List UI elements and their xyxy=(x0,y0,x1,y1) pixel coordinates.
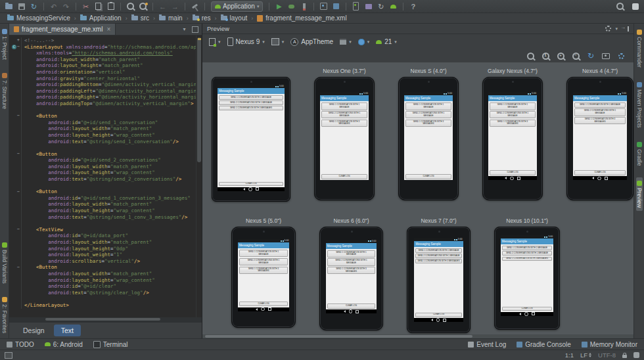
tool-window-button-memory-monitor[interactable]: Memory Monitor xyxy=(582,341,637,348)
mini-button[interactable]: SEND 1 CONVERSATION WITH 3 MESSAGES xyxy=(490,120,536,127)
breadcrumb-item[interactable]: MessagingService xyxy=(5,14,72,22)
mini-button[interactable]: SEND 1 CONVERSATION WITH 1 MESSAGE xyxy=(405,102,451,110)
tab-text[interactable]: Text xyxy=(54,325,81,336)
mini-clear-log-button[interactable]: CLEAR LOG xyxy=(327,304,376,309)
search-icon[interactable] xyxy=(614,1,626,12)
line-separator[interactable]: LF xyxy=(580,351,591,359)
device-preview[interactable]: Nexus One (3.7")5:00Messaging SampleSEND… xyxy=(314,68,375,200)
project-structure-icon[interactable] xyxy=(318,1,329,12)
chevron-down-icon[interactable]: ▾ xyxy=(615,26,618,31)
fold-collapse-icon[interactable]: − xyxy=(17,190,20,194)
cut-icon[interactable]: ✂ xyxy=(80,1,91,12)
scrollbar-thumb[interactable] xyxy=(197,37,201,162)
fold-collapse-icon[interactable]: − xyxy=(17,227,20,232)
split-editor-icon[interactable] xyxy=(191,26,198,33)
zoom-actual-icon[interactable]: 1 xyxy=(541,51,550,60)
breadcrumb-item[interactable]: fragment_message_me.xml xyxy=(255,14,348,22)
mini-button[interactable]: SEND 2 CONVERSATIONS WITH 1 MESSAGE xyxy=(574,108,626,116)
tool-window-button-favorites[interactable]: 2: Favorites xyxy=(1,294,8,336)
orientation-selector[interactable]: ▾ xyxy=(271,38,285,45)
mini-button[interactable]: SEND 1 CONVERSATION WITH 3 MESSAGES xyxy=(321,120,367,127)
tool-window-button-build-variants[interactable]: Build Variants xyxy=(1,239,8,287)
tool-window-button-project[interactable]: 1: Project xyxy=(1,26,8,63)
debug-icon[interactable] xyxy=(286,1,297,12)
caret-position[interactable]: 1:1 xyxy=(565,351,574,359)
theme-selector[interactable]: A AppTheme xyxy=(290,38,333,46)
mini-clear-log-button[interactable]: CLEAR LOG xyxy=(219,182,283,187)
zoom-fit-icon[interactable] xyxy=(526,51,535,60)
tool-window-button-todo[interactable]: TODO xyxy=(7,341,34,348)
mini-clear-log-button[interactable]: CLEAR LOG xyxy=(405,174,451,179)
save-all-icon[interactable] xyxy=(16,1,27,12)
find-icon[interactable] xyxy=(125,1,136,12)
tool-window-button-gradle[interactable]: Gradle xyxy=(636,139,643,169)
sync-project-icon[interactable]: ↻ xyxy=(375,1,386,12)
tool-window-button-android[interactable]: 6: Android xyxy=(45,341,83,348)
device-selector[interactable]: Nexus 9 ▾ xyxy=(227,37,265,46)
hide-panel-icon[interactable] xyxy=(622,26,629,32)
mini-clear-log-button[interactable]: CLEAR LOG xyxy=(321,174,367,179)
fold-expand-icon[interactable]: + xyxy=(17,38,20,43)
layout-variant-selector[interactable]: ▾ xyxy=(209,38,221,46)
help-icon[interactable]: ? xyxy=(407,1,419,12)
mini-clear-log-button[interactable]: CLEAR LOG xyxy=(502,307,552,311)
mini-clear-log-button[interactable]: CLEAR LOG xyxy=(415,313,461,317)
mini-button[interactable]: SEND 1 CONVERSATION WITH 3 MESSAGES xyxy=(239,267,288,274)
device-preview[interactable]: Nexus 4 (4.7")5:00Messaging SampleSEND 1… xyxy=(566,68,633,200)
breadcrumb-item[interactable]: layout xyxy=(219,14,250,22)
redo-icon[interactable]: ↷ xyxy=(60,1,72,12)
mini-button[interactable]: SEND 2 CONVERSATIONS WITH 1 MESSAGE xyxy=(415,254,461,258)
fold-collapse-icon[interactable]: − xyxy=(17,45,20,49)
capture-screen-icon[interactable] xyxy=(363,1,374,12)
highlighting-level-icon[interactable] xyxy=(633,352,639,358)
device-preview[interactable]: Nexus 7 (7.0")5:00Messaging SampleSEND 1… xyxy=(407,217,471,333)
copy-icon[interactable] xyxy=(93,1,104,12)
open-icon[interactable] xyxy=(3,1,14,12)
tool-window-button-maven[interactable]: Maven Projects xyxy=(636,79,643,131)
mini-button[interactable]: SEND 1 CONVERSATION WITH 3 MESSAGES xyxy=(415,259,461,263)
close-tab-icon[interactable]: × xyxy=(106,26,110,33)
mini-button[interactable]: SEND 1 CONVERSATION WITH 1 MESSAGE xyxy=(574,102,626,108)
mini-clear-log-button[interactable]: CLEAR LOG xyxy=(574,170,626,175)
mini-button[interactable]: SEND 2 CONVERSATIONS WITH 1 MESSAGE xyxy=(502,251,552,256)
compile-icon[interactable] xyxy=(189,1,200,12)
mini-button[interactable]: SEND 1 CONVERSATION WITH 3 MESSAGES xyxy=(405,120,451,127)
breadcrumb-item[interactable]: main xyxy=(157,14,185,22)
attach-debugger-icon[interactable] xyxy=(298,1,310,12)
tool-window-button-commander[interactable]: Commander xyxy=(636,26,643,71)
mini-button[interactable]: SEND 1 CONVERSATION WITH 1 MESSAGE xyxy=(219,95,283,100)
mini-button[interactable]: SEND 2 CONVERSATIONS WITH 1 MESSAGE xyxy=(239,258,288,265)
mini-button[interactable]: SEND 2 CONVERSATIONS WITH 1 MESSAGE xyxy=(321,111,367,118)
editor-tab[interactable]: fragment_message_me.xml × xyxy=(9,24,116,35)
mini-button[interactable]: SEND 2 CONVERSATIONS WITH 1 MESSAGE xyxy=(405,111,451,118)
breadcrumb-item[interactable]: Application xyxy=(78,14,124,22)
code-editor[interactable]: +<!--...-->C−<LinearLayout xmlns:android… xyxy=(9,35,202,317)
tool-window-button-gradle-console[interactable]: Gradle Console xyxy=(517,341,570,348)
locale-selector[interactable]: ▾ xyxy=(358,39,370,45)
api-version-selector[interactable]: 21 ▾ xyxy=(376,38,397,45)
device-preview[interactable]: Nexus 5 (5.0")5:00Messaging SampleSEND 1… xyxy=(231,217,296,328)
zoom-out-icon[interactable]: − xyxy=(571,51,580,60)
breadcrumb-item[interactable]: res xyxy=(191,14,213,22)
device-preview[interactable]: Nexus 6 (6.0")5:00Messaging SampleSEND 1… xyxy=(319,217,383,330)
file-encoding[interactable]: UTF-8 xyxy=(598,351,616,359)
mini-button[interactable]: SEND 1 CONVERSATION WITH 3 MESSAGES xyxy=(219,106,283,110)
find-in-path-icon[interactable] xyxy=(137,1,149,12)
sync-icon[interactable]: ↻ xyxy=(28,1,39,12)
zoom-in-icon[interactable]: + xyxy=(556,51,565,60)
canvas-horizontal-scrollbar[interactable] xyxy=(202,334,633,338)
tool-window-button-event-log[interactable]: Event Log xyxy=(468,341,506,348)
device-preview[interactable]: Nexus 10 (10.1")5:00Messaging SampleSEND… xyxy=(494,217,560,330)
mini-clear-log-button[interactable]: CLEAR LOG xyxy=(490,170,536,175)
run-icon[interactable]: ▶ xyxy=(273,1,285,12)
mini-button[interactable]: SEND 2 CONVERSATIONS WITH 1 MESSAGE xyxy=(327,258,376,265)
tool-window-toggle-icon[interactable] xyxy=(5,352,12,359)
device-preview[interactable]: Galaxy Nexus (4.7")5:00Messaging SampleS… xyxy=(482,68,543,200)
breadcrumb-item[interactable]: src xyxy=(129,14,151,22)
tool-window-button-structure[interactable]: 7: Structure xyxy=(1,70,8,112)
tool-window-button-terminal[interactable]: Terminal xyxy=(93,341,128,348)
device-preview[interactable]: Nexus S (4.0")5:00Messaging SampleSEND 1… xyxy=(398,68,459,200)
fold-collapse-icon[interactable]: − xyxy=(17,114,20,118)
mini-button[interactable]: SEND 1 CONVERSATION WITH 1 MESSAGE xyxy=(239,250,288,257)
settings-icon[interactable] xyxy=(616,51,626,60)
